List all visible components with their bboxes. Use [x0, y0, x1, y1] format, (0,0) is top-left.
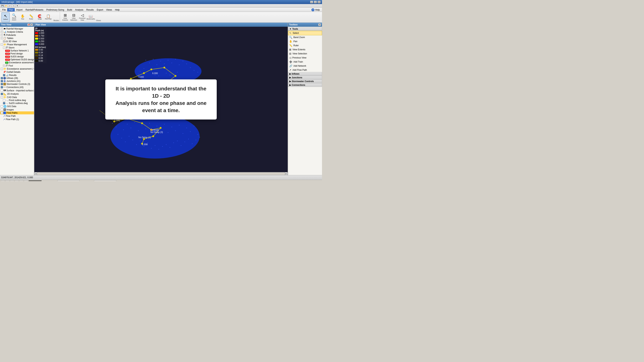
menu-plan[interactable]: Plan	[7, 8, 15, 12]
tree-expand-foul[interactable]: +	[3, 64, 5, 67]
menu-rainfall[interactable]: Rainfall/Pollutants	[24, 8, 45, 12]
toolbox-previous-view[interactable]: ◁ Previous View	[288, 56, 322, 60]
add-3d-btn[interactable]: +	[3, 40, 5, 42]
select-tool-btn[interactable]: ↖ Select	[2, 12, 10, 22]
rainfall-select[interactable]: No Discharge Event 1	[58, 180, 80, 181]
tree-item-flow-path[interactable]: ↗ Flow Path	[0, 114, 34, 118]
plot-plan-btn[interactable]: 📋 Plot Plan	[44, 12, 52, 22]
tree-item-rainfall-manager[interactable]: + 🌧 Rainfall Manager	[0, 27, 34, 30]
quick-dropdown-btn[interactable]: ▼	[16, 4, 19, 8]
surface-checkbox[interactable]	[1, 90, 3, 92]
toolbox-band-zoom[interactable]: 🔍 Band Zoom	[288, 35, 322, 39]
ruler-btn[interactable]: 📏 Ruler	[27, 12, 35, 22]
close-btn[interactable]: ✕	[318, 1, 320, 3]
view-selection-btn[interactable]: ⊟ View Selection	[70, 12, 78, 22]
tree-close-btn[interactable]: ✕	[30, 24, 33, 26]
tree-item-optimised-suds[interactable]: STOP Optimised SUDS design	[0, 58, 34, 61]
tree-item-flow-path-1[interactable]: ↗ Flow Path (1)	[0, 118, 34, 121]
tree-expand-exceedance-group[interactable]: −	[1, 68, 3, 70]
toolbox-add-flow-path[interactable]: ↗ Add Flow Path	[288, 68, 322, 72]
tree-item-2d-analysis[interactable]: ✓ 📐 2D Analysis	[0, 92, 34, 96]
gis-checkbox[interactable]	[1, 105, 3, 108]
tree-item-cad-data[interactable]: − 📁 CAD Data	[0, 96, 34, 99]
tree-expand-tables[interactable]: +	[1, 37, 3, 39]
tree-item-suds-design[interactable]: STOP SUDS design	[0, 55, 34, 58]
toolbox-view-selection[interactable]: ⊟ View Selection	[288, 52, 322, 56]
menu-results[interactable]: Results	[85, 8, 95, 12]
tree-item-phase-mgmt[interactable]: − 📁 Phase Management	[0, 43, 34, 46]
scroll-track-h[interactable]	[37, 172, 285, 175]
tree-item-pond-design[interactable]: STOP Pond design	[0, 52, 34, 55]
tree-item-flow-paths[interactable]: − Flow Paths	[0, 112, 34, 114]
toolbox-view-extents[interactable]: ⊞ View Extents	[288, 48, 322, 52]
play-end-btn[interactable]: ▶|	[24, 180, 28, 181]
toolbox-close-btn[interactable]: ✕	[318, 24, 321, 26]
previous-view-btn[interactable]: ◁ Previous View	[78, 12, 86, 22]
quick-save-btn[interactable]: 💾	[1, 4, 4, 8]
view-extents-btn[interactable]: ⊞ View Extents	[61, 12, 69, 22]
tree-item-stormwater[interactable]: ✓ Stormwater Controls (3)	[0, 82, 34, 86]
2d-checkbox[interactable]: ✓	[1, 93, 3, 95]
play-start-btn[interactable]: |◄	[1, 180, 5, 181]
tree-item-inflows[interactable]: ✓ Inflows (28)	[0, 77, 34, 80]
tree-expand-phase[interactable]: −	[1, 44, 3, 46]
menu-export[interactable]: Export	[95, 8, 105, 12]
toolbox-add-network[interactable]: 🔗 Add Network	[288, 64, 322, 68]
stormwater-checkbox[interactable]: ✓	[1, 83, 3, 85]
menu-analysis[interactable]: Analysis	[74, 8, 85, 12]
horizontal-scrollbar[interactable]: ◄ ►	[34, 172, 288, 175]
tree-item-exceedance-group[interactable]: − 📁 Exceedance assessment ( ▼	[0, 67, 34, 70]
menu-build[interactable]: Build	[66, 8, 74, 12]
fast-back-btn[interactable]: ◄◄	[6, 180, 10, 181]
results-checkbox[interactable]: ✓	[3, 74, 5, 76]
band-zoom-btn[interactable]: 🔍 Band Zoom	[10, 12, 18, 22]
pond-outline-checkbox[interactable]	[3, 99, 5, 101]
menu-import[interactable]: Import	[15, 8, 24, 12]
tree-item-foul[interactable]: + ⛈ Foul	[0, 64, 34, 67]
tree-expand-rainfall[interactable]: +	[1, 28, 3, 30]
toolbox-inflows-header[interactable]: ▶ Inflows	[288, 72, 322, 76]
scroll-left-btn[interactable]: ◄	[34, 172, 37, 175]
tree-item-suds-outlines[interactable]: ✓ ─┐ SuDS outlines.dwg	[0, 102, 34, 105]
pan-btn[interactable]: ✋ Pan	[18, 12, 27, 22]
toolbox-junctions-header[interactable]: ▶ Junctions	[288, 76, 322, 80]
quick-open-btn[interactable]: 📂	[4, 4, 8, 8]
inflows-checkbox[interactable]: ✓	[1, 77, 3, 79]
tree-item-outfall[interactable]: 📌 Outfall Details	[0, 70, 34, 74]
suds-outlines-checkbox[interactable]: ✓	[3, 102, 5, 104]
tree-item-storm[interactable]: − ⛈ Storm	[0, 46, 34, 49]
tree-item-results[interactable]: ✓ 📊 Results	[0, 74, 34, 77]
tree-item-images[interactable]: 🖼 Images	[0, 108, 34, 112]
minimize-btn[interactable]: ─	[310, 1, 313, 3]
images-checkbox[interactable]	[1, 108, 3, 111]
tree-item-connections[interactable]: ✓ 〰 Connections (43)	[0, 86, 34, 89]
junctions-checkbox[interactable]: ✓	[1, 80, 3, 82]
stop-btn[interactable]: ■	[15, 180, 19, 181]
toolbox-pan[interactable]: ✋ Pan	[288, 39, 322, 44]
restore-btn[interactable]: □	[314, 1, 317, 3]
tree-expand-analysis[interactable]: +	[1, 31, 3, 33]
tree-item-surface-network[interactable]: STOP Surface Network 1	[0, 49, 34, 52]
tree-item-analysis-criteria[interactable]: + 📊 Analysis Criteria	[0, 30, 34, 34]
toolbox-connections-header[interactable]: ▶ Connections	[288, 83, 322, 87]
tree-item-pollutants[interactable]: + ⚗ Pollutants	[0, 34, 34, 36]
quick-redo-btn[interactable]: ↪	[12, 4, 15, 8]
toolbox-add-train[interactable]: ➕ Add Train	[288, 60, 322, 64]
menu-help[interactable]: Help	[114, 8, 121, 12]
tree-item-pond-outline[interactable]: ─┐ Pond outline.dwg	[0, 99, 34, 102]
tree-expand-pollutants[interactable]: +	[1, 34, 3, 36]
menu-preliminary[interactable]: Preliminary Sizing	[45, 8, 66, 12]
tree-expand-flow-paths[interactable]: −	[1, 112, 3, 114]
tree-item-tables[interactable]: + 📋 Tables	[0, 36, 34, 40]
play-btn[interactable]: ▶	[19, 180, 24, 181]
toolbox-ruler[interactable]: 📏 Ruler	[288, 44, 322, 48]
plan-canvas[interactable]: 2D Depth (m) 1.000 0.750 0.500 0.250	[34, 27, 288, 172]
event-select[interactable]	[94, 180, 116, 181]
tree-pin-btn[interactable]: 📌	[27, 24, 30, 26]
tree-item-junctions[interactable]: ✓ Junctions (41)	[0, 80, 34, 82]
snap-btn[interactable]: 🧲 Snap	[36, 12, 44, 22]
scroll-right-btn[interactable]: ►	[285, 172, 288, 175]
toolbox-tools-header[interactable]: ▼ Tools	[288, 27, 322, 31]
tree-expand-storm[interactable]: −	[3, 46, 5, 49]
tree-expand-cad[interactable]: −	[1, 96, 3, 98]
